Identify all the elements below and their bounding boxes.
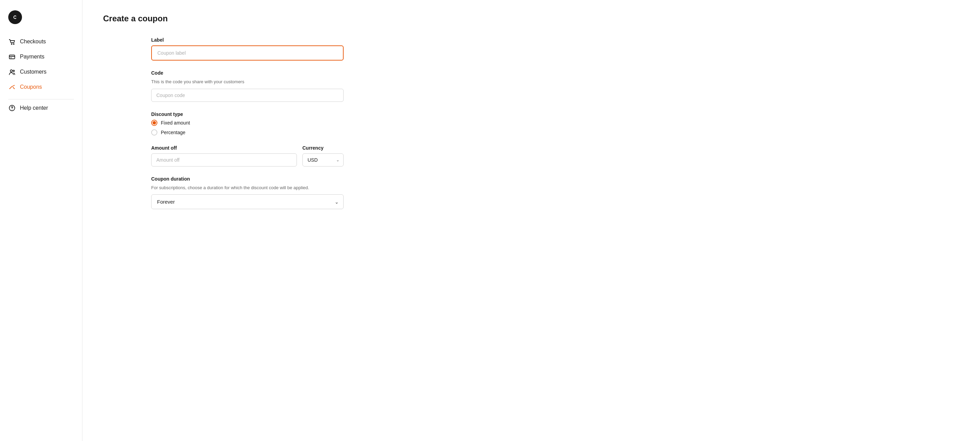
label-section: Label — [151, 37, 344, 61]
coupons-label: Coupons — [20, 84, 42, 90]
radio-fixed-circle — [151, 120, 158, 126]
sidebar-item-payments[interactable]: Payments — [4, 50, 78, 64]
checkouts-label: Checkouts — [20, 38, 46, 45]
radio-percentage[interactable]: Percentage — [151, 129, 344, 136]
svg-rect-3 — [9, 55, 15, 59]
code-input[interactable] — [151, 89, 344, 102]
currency-select-wrapper: USD EUR GBP CAD ⌄ — [302, 153, 344, 166]
radio-fixed-label: Fixed amount — [161, 120, 190, 126]
checkouts-icon — [8, 38, 16, 45]
label-field-wrapper — [151, 45, 344, 61]
duration-select-wrapper: Forever Once Multiple months ⌄ — [151, 194, 344, 209]
coupon-duration-label: Coupon duration — [151, 176, 344, 182]
radio-percentage-label: Percentage — [161, 130, 186, 135]
label-input[interactable] — [153, 47, 342, 59]
nav-divider — [8, 99, 74, 99]
code-section: Code This is the code you share with you… — [151, 70, 344, 102]
help-label: Help center — [20, 105, 48, 111]
coupon-form: Label Code This is the code you share wi… — [151, 37, 344, 209]
coupons-icon — [8, 83, 16, 91]
customers-icon — [8, 68, 16, 76]
svg-point-2 — [13, 44, 14, 45]
svg-point-5 — [10, 70, 13, 72]
svg-point-6 — [13, 70, 14, 72]
currency-label: Currency — [302, 145, 344, 151]
duration-select[interactable]: Forever Once Multiple months — [151, 194, 344, 209]
app-logo[interactable] — [0, 7, 82, 34]
coupon-duration-description: For subscriptions, choose a duration for… — [151, 184, 344, 191]
sidebar: Checkouts Payments Custom — [0, 0, 83, 441]
svg-point-1 — [11, 44, 12, 45]
discount-type-radio-group: Fixed amount Percentage — [151, 120, 344, 136]
customers-label: Customers — [20, 69, 46, 75]
discount-type-label: Discount type — [151, 112, 344, 117]
currency-field: Currency USD EUR GBP CAD ⌄ — [302, 145, 344, 166]
amount-off-label: Amount off — [151, 145, 297, 151]
amount-off-input[interactable] — [151, 153, 297, 166]
label-field-label: Label — [151, 37, 344, 43]
currency-select[interactable]: USD EUR GBP CAD — [302, 153, 344, 166]
sidebar-item-coupons[interactable]: Coupons — [4, 80, 78, 94]
discount-type-section: Discount type Fixed amount Percentage — [151, 112, 344, 136]
sidebar-nav: Checkouts Payments Custom — [0, 34, 82, 112]
page-title: Create a coupon — [103, 14, 959, 23]
svg-point-0 — [11, 13, 19, 21]
radio-fixed-amount[interactable]: Fixed amount — [151, 120, 344, 126]
logo-icon — [8, 10, 22, 24]
radio-percentage-circle — [151, 129, 158, 136]
code-field-label: Code — [151, 70, 344, 76]
sidebar-item-help[interactable]: Help center — [4, 104, 78, 112]
help-icon — [8, 104, 16, 112]
svg-rect-4 — [10, 58, 12, 58]
coupon-duration-section: Coupon duration For subscriptions, choos… — [151, 176, 344, 209]
payments-label: Payments — [20, 54, 45, 60]
amount-currency-row: Amount off Currency USD EUR GBP CAD ⌄ — [151, 145, 344, 166]
payments-icon — [8, 53, 16, 61]
code-field-description: This is the code you share with your cus… — [151, 78, 344, 85]
sidebar-item-customers[interactable]: Customers — [4, 65, 78, 79]
amount-off-field: Amount off — [151, 145, 297, 166]
amount-currency-section: Amount off Currency USD EUR GBP CAD ⌄ — [151, 145, 344, 166]
svg-point-8 — [12, 109, 13, 110]
sidebar-item-checkouts[interactable]: Checkouts — [4, 34, 78, 49]
main-content: Create a coupon Label Code This is the c… — [83, 0, 980, 441]
